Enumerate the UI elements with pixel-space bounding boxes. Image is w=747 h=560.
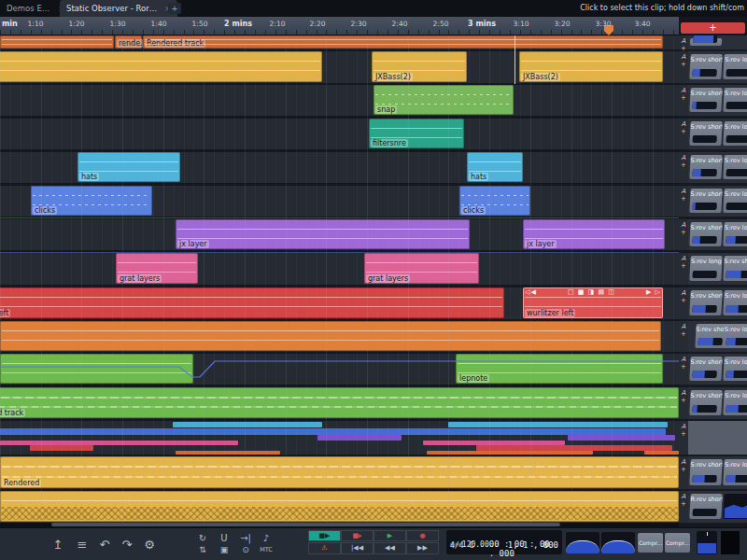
bars-beats-display[interactable]: 1, 1 , 000: [508, 540, 558, 550]
track-9-lane[interactable]: wurlitzer left◁◀□ ■ ◨ ▤ ◫▶ ▷wurlitzer le…: [0, 287, 679, 319]
plugin-s-rev-short[interactable]: S:rev short: [689, 189, 722, 213]
add-plugin-icon[interactable]: +: [679, 430, 688, 438]
rewind-button[interactable]: ◀◀: [374, 542, 406, 554]
lane-bar[interactable]: [173, 422, 322, 427]
clip-unnamed[interactable]: [0, 35, 114, 49]
add-plugin-icon[interactable]: +: [679, 330, 688, 338]
loop-icon[interactable]: ↻: [199, 533, 206, 543]
clip-snap[interactable]: snap: [374, 85, 514, 115]
clip-rendered[interactable]: Rendered: [0, 456, 679, 488]
clip-hats[interactable]: hats: [78, 152, 180, 182]
add-plugin-icon[interactable]: +: [679, 128, 688, 135]
lane-bar[interactable]: [317, 435, 402, 441]
clip-hats[interactable]: hats: [467, 152, 523, 182]
track-8-lane[interactable]: grat layersgrat layers: [0, 253, 679, 285]
key-display[interactable]: C: [469, 541, 473, 550]
plugin-slot[interactable]: [723, 494, 747, 519]
wrench-icon[interactable]: ⚙: [144, 538, 155, 552]
track-14-lane[interactable]: Rendered: [0, 456, 679, 489]
punch-record-button[interactable]: ■▸: [341, 530, 374, 541]
plugin-slot[interactable]: [690, 38, 722, 46]
clip-jxbass-2-[interactable]: JXBass(2): [519, 51, 663, 82]
play-button[interactable]: ▶: [374, 530, 406, 541]
compressor-plugin-button-2[interactable]: Compr...: [665, 533, 690, 553]
clip-trim-left-icon[interactable]: ◁◀: [525, 288, 537, 296]
plugin-s-rev-long[interactable]: S:rev long: [723, 121, 747, 146]
lane-bar[interactable]: [0, 428, 666, 435]
plugin-s-rev-short[interactable]: S:rev short: [689, 121, 722, 146]
clip-tools-icons[interactable]: □ ■ ◨ ▤ ◫: [568, 288, 615, 296]
clip-wurlitzer-left[interactable]: ◁◀□ ■ ◨ ▤ ◫▶ ▷wurlitzer left: [523, 287, 663, 318]
add-plugin-icon[interactable]: +: [679, 195, 688, 203]
tab-static-observer-rors-[interactable]: Static Observer - Rors...×: [60, 0, 177, 17]
plugin-s-rev-long[interactable]: S:rev long: [689, 256, 722, 281]
plugin-s-rev-long[interactable]: S:rev long: [723, 222, 747, 246]
master-curve-widget-2[interactable]: [601, 532, 635, 553]
automation-icon[interactable]: A: [679, 255, 688, 262]
auto-play-button[interactable]: ■▶: [308, 530, 341, 541]
add-plugin-icon[interactable]: +: [679, 500, 688, 508]
snap-toggle-icon[interactable]: ⇅: [199, 545, 206, 554]
add-plugin-icon[interactable]: +: [679, 466, 688, 473]
add-plugin-icon[interactable]: +: [679, 229, 688, 236]
plugin-s-rev-long[interactable]: S:rev long: [723, 54, 747, 79]
track-6-lane[interactable]: clicksclicks: [0, 186, 679, 217]
clip-jx-layer[interactable]: jx layer: [523, 219, 665, 249]
automation-icon[interactable]: A: [679, 188, 688, 195]
undo-icon[interactable]: ↶: [100, 538, 110, 552]
clip-unnamed[interactable]: [0, 491, 679, 522]
compressor-plugin-button-1[interactable]: Compr...: [638, 533, 663, 553]
plugin-s-rev-long[interactable]: S:rev long: [723, 357, 747, 381]
add-plugin-icon[interactable]: +: [679, 262, 688, 270]
metronome-icon[interactable]: ♪: [263, 533, 269, 543]
master-curve-widget-1[interactable]: [566, 532, 599, 553]
clip-jxbass-2-[interactable]: JXBass(2): [0, 51, 322, 82]
mtc-label[interactable]: MTC: [260, 546, 273, 553]
clip-lepnote[interactable]: lepnote: [456, 354, 663, 384]
clip-jx-layer[interactable]: jx layer: [176, 219, 470, 249]
automation-icon[interactable]: A: [679, 154, 688, 161]
add-plugin-icon[interactable]: +: [679, 397, 688, 404]
add-plugin-icon[interactable]: +: [679, 61, 688, 68]
master-fader-widget[interactable]: [697, 531, 717, 554]
automation-icon[interactable]: A: [679, 289, 688, 297]
clip-unnamed[interactable]: [0, 321, 661, 351]
time-display-panel[interactable]: BPM120.00 00 : 00 : 00 . 000 4/4C 1, 1 ,…: [446, 530, 562, 554]
automation-icon[interactable]: A: [679, 356, 688, 363]
plugin-s-rev-short[interactable]: S:rev short: [689, 459, 722, 485]
add-button[interactable]: +: [681, 22, 745, 34]
automation-icon[interactable]: A: [679, 423, 688, 430]
track-7-lane[interactable]: jx layerjx layer: [0, 219, 679, 250]
track-15-lane[interactable]: [0, 491, 679, 523]
automation-icon[interactable]: A: [679, 323, 688, 330]
clip-filtersnre[interactable]: filtersnre: [369, 119, 464, 148]
plugin-s-rev-short[interactable]: S:rev short: [689, 390, 722, 415]
lane-bar[interactable]: [448, 422, 668, 427]
automation-icon[interactable]: A: [679, 458, 688, 466]
plugin-s-rev-short[interactable]: S:rev short: [689, 88, 722, 112]
track-1-lane[interactable]: rende...Rendered track: [0, 35, 679, 49]
clip-rendered-track[interactable]: Rendered track: [0, 387, 679, 418]
automation-icon[interactable]: A: [679, 120, 688, 128]
time-signature[interactable]: 4/4: [450, 541, 463, 550]
automation-icon[interactable]: A: [679, 53, 688, 61]
warning-button[interactable]: ⚠: [308, 542, 341, 554]
record-button[interactable]: ●: [406, 530, 439, 541]
punch-icon[interactable]: →|: [240, 533, 251, 543]
lane-bar[interactable]: [644, 451, 679, 455]
clip-rende-[interactable]: rende...: [115, 35, 142, 49]
lane-bar[interactable]: [427, 451, 593, 455]
automation-icon[interactable]: A: [679, 87, 688, 94]
plugin-s-rev-long[interactable]: S:rev long: [723, 459, 747, 485]
lane-bar[interactable]: [176, 451, 280, 455]
automation-icon[interactable]: A: [679, 493, 688, 500]
fast-forward-button[interactable]: ▶▶: [406, 542, 439, 554]
plugin-s-rev-long[interactable]: S:rev long: [723, 290, 747, 315]
clip-grat-layers[interactable]: grat layers: [364, 253, 479, 284]
clip-wurlitzer-left[interactable]: wurlitzer left: [0, 287, 504, 318]
add-plugin-icon[interactable]: +: [679, 161, 688, 169]
plugin-s-rev-short[interactable]: S:rev short: [689, 155, 722, 179]
magnet-icon[interactable]: U: [220, 533, 227, 543]
clip-jxbass-2-[interactable]: JXBass(2): [372, 51, 467, 82]
new-tab-button[interactable]: +: [168, 3, 181, 14]
